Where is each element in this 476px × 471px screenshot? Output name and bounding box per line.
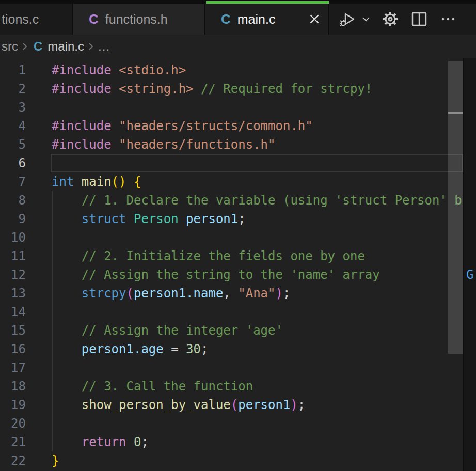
breadcrumb-symbol-more[interactable]: …	[98, 39, 110, 54]
c-header-file-icon: C	[89, 12, 99, 26]
tab-label: functions.h	[105, 12, 168, 27]
active-tab-indicator	[206, 1, 329, 4]
line-number[interactable]: 4	[0, 117, 26, 135]
code-line[interactable]	[52, 303, 462, 321]
line-number[interactable]: 22	[0, 451, 26, 470]
code-line[interactable]: #include "headers/structs/common.h"	[52, 117, 462, 135]
line-number[interactable]: 16	[0, 340, 26, 358]
breadcrumb-folder[interactable]: src	[2, 39, 18, 54]
tab-label: main.c	[237, 12, 276, 27]
code-lines[interactable]: #include <stdio.h>#include <string.h> //…	[52, 61, 462, 470]
code-line[interactable]: person1.age = 30;	[52, 340, 462, 358]
adjacent-pane-strip: G	[463, 58, 476, 471]
code-line[interactable]	[52, 228, 462, 247]
code-line[interactable]: int main() {	[52, 172, 462, 191]
line-number[interactable]: 5	[0, 135, 26, 154]
code-line[interactable]: // 1. Declare the variable (using 'struc…	[52, 191, 462, 210]
tab-label: tions.c	[2, 12, 39, 27]
gutter[interactable]: 12345678910111213141516171819202122	[0, 61, 26, 470]
line-number[interactable]: 3	[0, 98, 26, 117]
line-number[interactable]: 18	[0, 377, 26, 396]
tab-functions-h[interactable]: C functions.h	[73, 4, 205, 35]
code-line[interactable]: return 0;	[52, 433, 462, 451]
line-number[interactable]: 13	[0, 284, 26, 303]
code-line[interactable]	[52, 414, 462, 433]
gear-icon[interactable]	[382, 10, 399, 28]
code-line[interactable]: // 3. Call the function	[52, 377, 462, 396]
code-line[interactable]: // 2. Initialize the fields one by one	[52, 247, 462, 265]
c-file-icon: C	[34, 40, 42, 53]
line-number[interactable]: 12	[0, 265, 26, 284]
chevron-right-icon	[87, 42, 94, 51]
line-number[interactable]: 1	[0, 61, 26, 80]
close-icon[interactable]	[308, 12, 321, 26]
line-number[interactable]: 6	[0, 154, 26, 172]
code-line[interactable]: }	[52, 451, 462, 470]
code-line[interactable]: // Assign the integer 'age'	[52, 321, 462, 340]
tab-main-c[interactable]: C main.c	[205, 4, 329, 35]
breadcrumb-file[interactable]: main.c	[47, 39, 84, 54]
line-number[interactable]: 20	[0, 414, 26, 433]
split-editor-icon[interactable]	[410, 10, 428, 28]
code-line[interactable]: #include "headers/functions.h"	[52, 135, 462, 154]
code-line[interactable]	[52, 154, 462, 172]
code-line[interactable]: #include <stdio.h>	[52, 61, 462, 80]
line-number[interactable]: 14	[0, 303, 26, 321]
code-line[interactable]	[52, 358, 462, 377]
line-number[interactable]: 8	[0, 191, 26, 210]
line-number[interactable]: 7	[0, 172, 26, 191]
line-number[interactable]: 9	[0, 210, 26, 228]
line-number[interactable]: 21	[0, 433, 26, 451]
scrollbar-marker	[448, 112, 463, 114]
code-line[interactable]: show_person_by_value(person1);	[52, 396, 462, 414]
code-line[interactable]: struct Person person1;	[52, 210, 462, 228]
chevron-right-icon	[21, 42, 28, 51]
adjacent-pane-text-fragment: G	[466, 265, 473, 284]
chevron-down-icon[interactable]	[362, 15, 370, 23]
ellipsis-icon[interactable]	[439, 10, 457, 28]
vscode-window: tions.c C functions.h C main.c	[0, 0, 476, 471]
line-number[interactable]: 11	[0, 247, 26, 265]
code-line[interactable]: // Assign the string to the 'name' array	[52, 265, 462, 284]
scrollbar-slider[interactable]	[448, 61, 463, 354]
c-file-icon: C	[221, 12, 231, 26]
tab-functions-c-partial[interactable]: tions.c	[0, 4, 73, 35]
line-number[interactable]: 19	[0, 396, 26, 414]
line-number[interactable]: 17	[0, 358, 26, 377]
run-or-debug-icon[interactable]	[338, 9, 358, 29]
code-line[interactable]: #include <string.h> // Required for strc…	[52, 80, 462, 98]
code-line[interactable]	[52, 98, 462, 117]
code-editor[interactable]: 12345678910111213141516171819202122 #inc…	[0, 58, 476, 471]
editor-tab-bar: tions.c C functions.h C main.c	[0, 0, 476, 35]
breadcrumb: src C main.c …	[0, 35, 463, 58]
line-number[interactable]: 10	[0, 228, 26, 247]
code-line[interactable]: strcpy(person1.name, "Ana");	[52, 284, 462, 303]
line-number[interactable]: 2	[0, 80, 26, 98]
line-number[interactable]: 15	[0, 321, 26, 340]
editor-actions	[329, 4, 476, 35]
